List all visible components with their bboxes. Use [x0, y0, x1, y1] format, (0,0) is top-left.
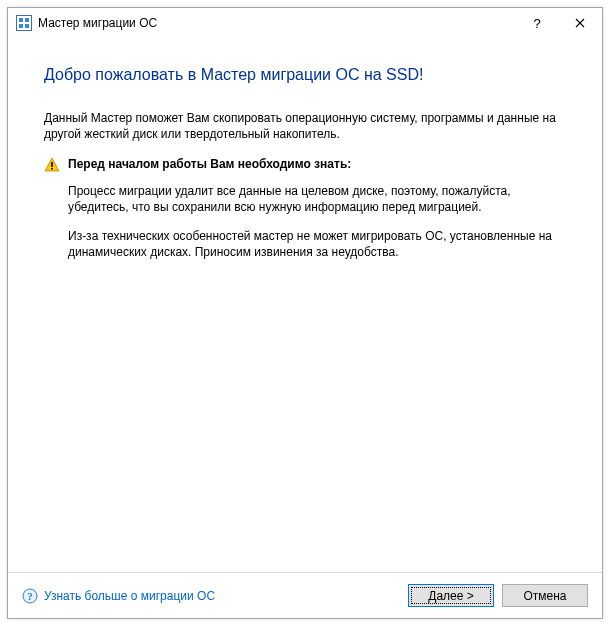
content-area: Добро пожаловать в Мастер миграции ОС на…: [8, 38, 602, 572]
learn-more-label: Узнать больше о миграции ОС: [44, 589, 215, 603]
cancel-button[interactable]: Отмена: [502, 584, 588, 607]
svg-rect-0: [17, 16, 32, 31]
next-button[interactable]: Далее >: [408, 584, 494, 607]
svg-rect-4: [25, 24, 29, 28]
titlebar: Мастер миграции ОС ?: [8, 8, 602, 38]
page-heading: Добро пожаловать в Мастер миграции ОС на…: [44, 64, 566, 86]
paragraph-2: Из-за технических особенностей мастер не…: [68, 228, 566, 260]
help-icon: ?: [22, 588, 38, 604]
svg-rect-3: [19, 24, 23, 28]
warning-row: Перед началом работы Вам необходимо знат…: [44, 156, 566, 177]
wizard-window: Мастер миграции ОС ? Добро пожаловать в …: [7, 7, 603, 619]
app-icon: [16, 15, 32, 31]
help-button[interactable]: ?: [517, 8, 557, 38]
svg-rect-5: [51, 162, 53, 167]
window-title: Мастер миграции ОС: [38, 16, 517, 30]
warning-icon: [44, 157, 60, 177]
svg-rect-6: [51, 168, 53, 170]
warning-label: Перед началом работы Вам необходимо знат…: [68, 156, 351, 172]
paragraph-1: Процесс миграции удалит все данные на це…: [68, 183, 566, 215]
svg-rect-2: [25, 18, 29, 22]
close-button[interactable]: [557, 8, 602, 38]
footer: ? Узнать больше о миграции ОС Далее > От…: [8, 572, 602, 618]
svg-text:?: ?: [27, 590, 33, 602]
learn-more-link[interactable]: ? Узнать больше о миграции ОС: [22, 588, 215, 604]
intro-text: Данный Мастер поможет Вам скопировать оп…: [44, 110, 566, 142]
svg-rect-1: [19, 18, 23, 22]
